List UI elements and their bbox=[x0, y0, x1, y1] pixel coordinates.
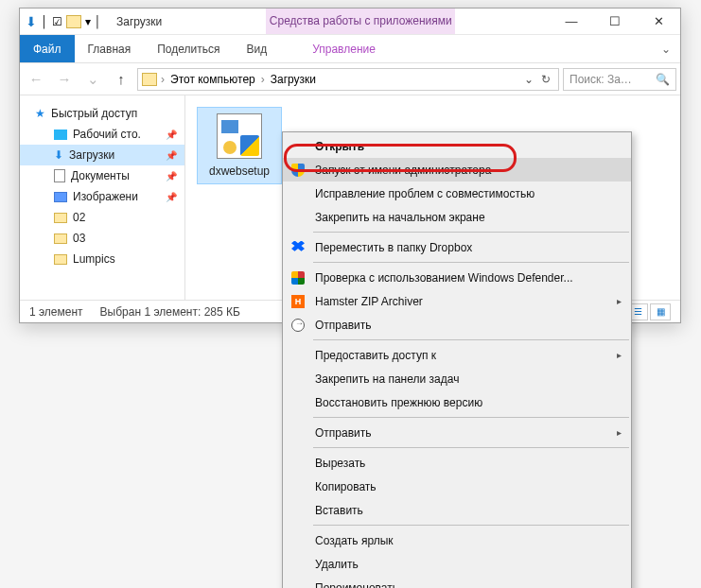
breadcrumb[interactable]: › Этот компьютер › Загрузки ⌄ ↻ bbox=[137, 68, 559, 91]
sidebar-item-documents[interactable]: Документы 📌 bbox=[20, 165, 184, 186]
cm-label: Отправить bbox=[315, 319, 372, 332]
quick-access-toolbar: ⬇ │ ☑ ▾ │ bbox=[20, 14, 107, 29]
file-item-dxwebsetup[interactable]: dxwebsetup bbox=[197, 107, 282, 184]
refresh-icon[interactable]: ↻ bbox=[539, 73, 552, 86]
file-label: dxwebsetup bbox=[203, 164, 275, 178]
breadcrumb-current[interactable]: Загрузки bbox=[269, 73, 318, 86]
sidebar-item-folder-03[interactable]: 03 bbox=[20, 228, 184, 249]
cm-pin-start[interactable]: Закрепить на начальном экране bbox=[283, 205, 631, 229]
separator bbox=[313, 339, 629, 340]
sidebar-item-folder-02[interactable]: 02 bbox=[20, 207, 184, 228]
tab-file[interactable]: Файл bbox=[20, 35, 75, 62]
cm-label: Закрепить на панели задач bbox=[315, 372, 459, 386]
status-selection: Выбран 1 элемент: 285 КБ bbox=[100, 305, 240, 319]
folder-icon bbox=[54, 233, 67, 244]
qat-chevron[interactable]: ▾ bbox=[85, 15, 91, 28]
download-icon: ⬇ bbox=[54, 148, 63, 162]
separator bbox=[313, 525, 629, 526]
cm-label: Проверка с использованием Windows Defend… bbox=[315, 271, 573, 285]
pin-icon: 📌 bbox=[166, 130, 177, 140]
cm-shortcut[interactable]: Создать ярлык bbox=[283, 528, 631, 552]
nav-up-button[interactable]: ↑ bbox=[109, 67, 133, 92]
ribbon-tabs: Файл Главная Поделиться Вид Управление ⌄ bbox=[20, 35, 680, 63]
cm-label: Копировать bbox=[315, 480, 377, 493]
qat-dropdown-icon[interactable]: ⬇ bbox=[26, 14, 37, 29]
breadcrumb-chevron[interactable]: › bbox=[259, 73, 267, 86]
tab-share[interactable]: Поделиться bbox=[144, 35, 233, 62]
cm-send-to[interactable]: Отправить ▸ bbox=[283, 421, 631, 444]
search-input[interactable]: Поиск: За… 🔍 bbox=[563, 68, 676, 91]
sidebar-item-folder-lumpics[interactable]: Lumpics bbox=[20, 249, 184, 269]
cm-troubleshoot[interactable]: Исправление проблем с совместимостью bbox=[283, 182, 631, 205]
breadcrumb-folder-icon bbox=[142, 73, 157, 86]
ribbon-expand-icon[interactable]: ⌄ bbox=[652, 35, 680, 62]
separator bbox=[313, 232, 629, 233]
cm-pin-taskbar[interactable]: Закрепить на панели задач bbox=[283, 367, 631, 390]
minimize-button[interactable]: — bbox=[550, 9, 593, 35]
tab-home[interactable]: Главная bbox=[75, 35, 145, 62]
breadcrumb-dropdown-icon[interactable]: ⌄ bbox=[522, 73, 535, 86]
view-buttons: ☰ ▦ bbox=[627, 303, 671, 320]
dropbox-icon bbox=[290, 240, 306, 255]
cm-label: Отправить bbox=[315, 426, 372, 440]
exe-icon bbox=[217, 113, 262, 159]
cm-label: Вставить bbox=[315, 504, 363, 517]
separator bbox=[313, 262, 629, 263]
folder-icon bbox=[66, 15, 81, 28]
desktop-icon bbox=[54, 130, 67, 140]
folder-icon bbox=[54, 254, 67, 265]
breadcrumb-root[interactable]: Этот компьютер bbox=[168, 73, 257, 86]
close-button[interactable]: ✕ bbox=[637, 9, 680, 35]
cm-defender[interactable]: Проверка с использованием Windows Defend… bbox=[283, 266, 631, 289]
cm-dropbox[interactable]: Переместить в папку Dropbox bbox=[283, 235, 631, 259]
sidebar-item-label: Загрузки bbox=[69, 148, 114, 162]
contextual-tab-header: Средства работы с приложениями bbox=[266, 9, 455, 34]
window-title: Загрузки bbox=[107, 15, 171, 28]
sidebar-item-label: 02 bbox=[73, 211, 85, 224]
sidebar-item-desktop[interactable]: Рабочий сто. 📌 bbox=[20, 124, 184, 145]
breadcrumb-chevron[interactable]: › bbox=[159, 73, 166, 86]
titlebar: ⬇ │ ☑ ▾ │ Загрузки Средства работы с при… bbox=[20, 9, 680, 35]
cm-cut[interactable]: Вырезать bbox=[283, 451, 631, 475]
sidebar-item-pictures[interactable]: Изображени 📌 bbox=[20, 186, 184, 207]
navigation-pane: ★ Быстрый доступ Рабочий сто. 📌 ⬇ Загруз… bbox=[20, 95, 185, 300]
shield-icon bbox=[290, 163, 306, 178]
chevron-right-icon: ▸ bbox=[617, 350, 622, 360]
chevron-right-icon: ▸ bbox=[617, 427, 622, 438]
nav-history-icon[interactable]: ⌄ bbox=[80, 67, 105, 92]
cm-label: Исправление проблем с совместимостью bbox=[315, 187, 535, 200]
cm-give-access[interactable]: Предоставить доступ к ▸ bbox=[283, 343, 631, 367]
pin-icon: 📌 bbox=[166, 171, 177, 182]
nav-forward-button[interactable]: → bbox=[52, 67, 77, 92]
cm-delete[interactable]: Удалить bbox=[283, 552, 631, 576]
hamster-icon: H bbox=[290, 294, 306, 309]
cm-hamster[interactable]: H Hamster ZIP Archiver ▸ bbox=[283, 289, 631, 313]
maximize-button[interactable]: ☐ bbox=[593, 9, 637, 35]
nav-back-button[interactable]: ← bbox=[24, 67, 48, 92]
cm-run-as-admin[interactable]: Запуск от имени администратора bbox=[283, 158, 631, 182]
sidebar-quick-access[interactable]: ★ Быстрый доступ bbox=[20, 103, 184, 124]
cm-paste[interactable]: Вставить bbox=[283, 498, 631, 522]
pin-icon: 📌 bbox=[166, 150, 177, 161]
sidebar-item-label: Lumpics bbox=[73, 252, 115, 266]
qat-separator: │ bbox=[41, 15, 48, 28]
cm-copy[interactable]: Копировать bbox=[283, 475, 631, 498]
star-icon: ★ bbox=[35, 107, 45, 120]
tab-view[interactable]: Вид bbox=[233, 35, 280, 62]
cm-rename[interactable]: Переименовать bbox=[283, 576, 631, 588]
folder-icon bbox=[54, 213, 67, 223]
view-icons-button[interactable]: ▦ bbox=[650, 303, 671, 320]
tab-manage[interactable]: Управление bbox=[299, 35, 389, 62]
separator bbox=[313, 417, 629, 418]
cm-label: Открыть bbox=[315, 140, 364, 153]
qat-divider: │ bbox=[95, 15, 102, 28]
sidebar-item-label: Рабочий сто. bbox=[73, 128, 141, 141]
cm-open[interactable]: Открыть bbox=[283, 134, 631, 158]
checkbox-icon[interactable]: ☑ bbox=[52, 15, 62, 28]
status-item-count: 1 элемент bbox=[29, 305, 83, 319]
cm-label: Запуск от имени администратора bbox=[315, 164, 491, 177]
cm-label: Hamster ZIP Archiver bbox=[315, 295, 423, 308]
cm-restore[interactable]: Восстановить прежнюю версию bbox=[283, 390, 631, 414]
cm-share[interactable]: Отправить bbox=[283, 313, 631, 337]
sidebar-item-downloads[interactable]: ⬇ Загрузки 📌 bbox=[20, 145, 184, 165]
